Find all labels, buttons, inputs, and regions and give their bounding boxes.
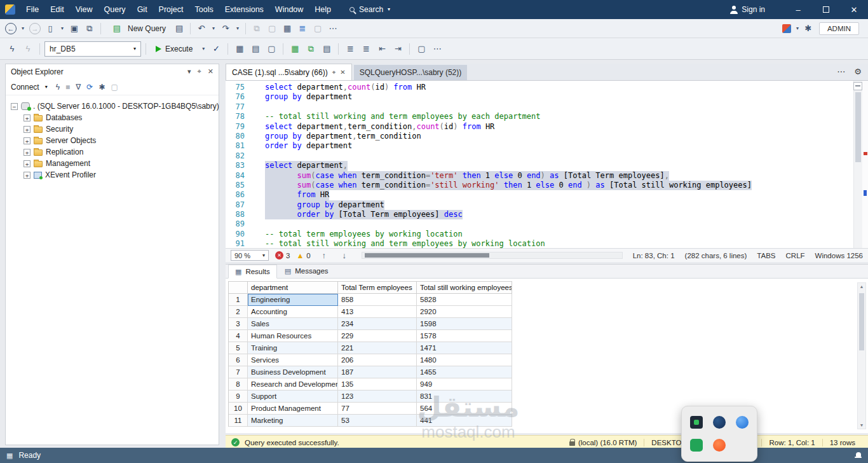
tab-messages[interactable]: ▤ Messages — [278, 264, 335, 278]
grid-corner-cell[interactable] — [229, 282, 248, 294]
code-line-80[interactable]: 80group by department,term_condition — [226, 132, 853, 141]
execute-chevron[interactable]: ▾ — [200, 41, 207, 57]
line-number[interactable]: 80 — [226, 132, 255, 141]
code-line-91[interactable]: 91-- total still working and term employ… — [226, 239, 853, 248]
results-to-file-button[interactable]: ⧉ — [304, 41, 318, 57]
app-icon-brave-browser[interactable] — [713, 439, 726, 452]
line-number[interactable]: 89 — [226, 219, 255, 229]
scrollbar-thumb[interactable] — [859, 293, 864, 350]
code-line-87[interactable]: 87 group by department — [226, 200, 853, 210]
grid-cell[interactable]: 1471 — [417, 342, 512, 354]
line-number[interactable]: 86 — [226, 190, 255, 200]
live-stats-button[interactable]: ▤ — [248, 41, 262, 57]
grid-cell[interactable]: 858 — [338, 294, 417, 306]
database-dropdown[interactable]: hr_DB5 ▾ — [44, 41, 141, 57]
code-line-88[interactable]: 88 order by [Total Term employees] desc — [226, 210, 853, 219]
column-header[interactable]: department — [248, 282, 338, 294]
app-icon-edge-browser[interactable] — [736, 416, 749, 429]
close-button[interactable]: ✕ — [840, 0, 868, 19]
undo-history-chevron[interactable]: ▾ — [210, 21, 217, 36]
grid-cell[interactable]: 187 — [338, 366, 417, 378]
row-header[interactable]: 8 — [229, 378, 248, 390]
tree-node-databases[interactable]: +Databases — [8, 112, 216, 123]
pin-tab-icon[interactable]: ⌖ — [332, 69, 336, 76]
connect-button[interactable]: Connect — [11, 83, 39, 92]
line-number[interactable]: 84 — [226, 171, 255, 181]
expand-icon[interactable]: + — [24, 149, 31, 156]
menu-git[interactable]: Git — [132, 0, 153, 19]
grid-cell[interactable]: 949 — [417, 378, 512, 390]
menu-extensions[interactable]: Extensions — [219, 0, 269, 19]
code-line-76[interactable]: 76group by department — [226, 92, 853, 102]
tree-node-xevent-profiler[interactable]: +XEvent Profiler — [8, 169, 216, 181]
column-header[interactable]: Total still working employees — [417, 282, 512, 294]
code-line-75[interactable]: 75select department,count(id) from HR — [226, 83, 853, 92]
code-line-78[interactable]: 78-- total still working and term employ… — [226, 112, 853, 121]
grid-cell[interactable]: 441 — [417, 415, 512, 427]
uncomment-button[interactable]: ≣ — [359, 41, 373, 57]
scroll-down-icon[interactable]: ▼ — [860, 423, 864, 427]
code-line-82[interactable]: 82 — [226, 151, 853, 161]
redo-history-chevron[interactable]: ▾ — [234, 21, 241, 36]
estimated-plan-button[interactable]: ▦ — [233, 41, 247, 57]
grid-cell[interactable]: 1598 — [417, 318, 512, 330]
disconnect-icon[interactable]: ϟ — [56, 83, 60, 92]
tab-results[interactable]: ▦ Results — [228, 265, 277, 279]
activity-monitor-icon[interactable]: ✱ — [98, 83, 105, 92]
close-tab-icon[interactable]: ✕ — [340, 69, 345, 76]
comment-button[interactable]: ≣ — [343, 41, 357, 57]
new-file-chevron[interactable]: ▾ — [58, 21, 66, 36]
workspace-chevron[interactable]: ▾ — [794, 21, 801, 36]
code-line-84[interactable]: 84 sum(case when term_condition='term' t… — [226, 171, 853, 181]
line-number[interactable]: 76 — [226, 92, 255, 102]
indent-button[interactable]: ⇥ — [391, 41, 405, 57]
connect-chevron[interactable]: ▾ — [45, 85, 48, 90]
grid-cell[interactable]: Human Resources — [248, 330, 338, 342]
tree-node-security[interactable]: +Security — [8, 123, 216, 135]
line-number[interactable]: 79 — [226, 122, 255, 132]
parse-query-button[interactable]: ✓ — [209, 41, 223, 57]
menu-query[interactable]: Query — [98, 0, 132, 19]
warning-count[interactable]: ▲ 0 — [296, 251, 310, 260]
error-count[interactable]: ✕ 3 — [275, 251, 290, 259]
row-header[interactable]: 10 — [229, 403, 248, 415]
scrollbar-thumb[interactable] — [855, 92, 861, 162]
toolbar-overflow-button[interactable]: ⋯ — [326, 21, 340, 36]
copy-button[interactable]: ⧉ — [250, 21, 264, 36]
editor-vertical-scrollbar[interactable] — [853, 81, 862, 248]
tab-inactive-document[interactable]: SQLQueryHOSP...\sabry (52)) — [354, 65, 468, 80]
layout-icon[interactable]: ▦ — [6, 452, 13, 460]
prev-error-button[interactable]: ↑ — [317, 248, 331, 263]
row-header[interactable]: 4 — [229, 330, 248, 342]
menu-file[interactable]: File — [20, 0, 44, 19]
nav-forward-button[interactable]: → — [28, 21, 42, 36]
code-line-83[interactable]: 83select department, — [226, 161, 853, 170]
tabs-mode[interactable]: TABS — [757, 252, 775, 259]
expand-icon[interactable]: + — [24, 114, 31, 121]
row-header[interactable]: 1 — [229, 294, 248, 306]
undo-button[interactable]: ↶ — [194, 21, 208, 36]
tab-overflow-icon[interactable]: ⋯ — [837, 67, 845, 76]
grid-cell[interactable]: 135 — [338, 378, 417, 390]
row-header[interactable]: 11 — [229, 415, 248, 427]
menu-tools[interactable]: Tools — [189, 0, 219, 19]
tree-node-server-objects[interactable]: +Server Objects — [8, 135, 216, 146]
panel-menu-chevron[interactable]: ▾ — [187, 67, 191, 76]
row-header[interactable]: 3 — [229, 318, 248, 330]
toolbar2-overflow-button[interactable]: ⋯ — [430, 41, 444, 57]
scroll-up-icon[interactable]: ▲ — [860, 284, 864, 289]
menu-view[interactable]: View — [70, 0, 98, 19]
nav-back-history-chevron[interactable]: ▾ — [19, 21, 27, 36]
app-icon-terminal[interactable] — [690, 416, 703, 429]
next-error-button[interactable]: ↓ — [337, 248, 351, 263]
nav-back-button[interactable]: ← — [4, 21, 18, 36]
results-to-grid-button[interactable]: ▦ — [288, 41, 302, 57]
tree-node-replication[interactable]: +Replication — [8, 146, 216, 158]
row-header[interactable]: 6 — [229, 354, 248, 366]
reports-icon[interactable]: ▢ — [111, 83, 118, 92]
caret-marker[interactable] — [864, 190, 867, 196]
grid-cell[interactable]: 77 — [338, 403, 417, 415]
execute-button[interactable]: Execute — [151, 41, 198, 57]
filter-icon[interactable]: ∇ — [76, 83, 81, 92]
tree-node-management[interactable]: +Management — [8, 158, 216, 169]
